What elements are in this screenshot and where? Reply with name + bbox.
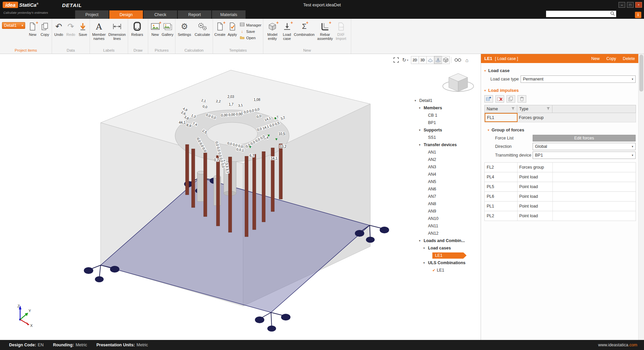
load-impulse-row[interactable]: PL5Point load: [484, 182, 636, 192]
status-value[interactable]: EN: [38, 343, 44, 347]
tab-design[interactable]: Design: [109, 10, 143, 19]
load-case-section-header[interactable]: ▾ Load case: [484, 68, 638, 73]
tab-report[interactable]: Report: [178, 10, 211, 19]
group-of-forces-header[interactable]: ▾ Group of forces: [488, 127, 638, 132]
tree-item-an8[interactable]: AN8: [413, 200, 479, 208]
search-box[interactable]: [546, 11, 616, 17]
settings-button[interactable]: ⚙ Settings: [176, 20, 193, 37]
tree-item-uls-combinations[interactable]: ▾ULS Combinations: [413, 259, 479, 267]
create-template-button[interactable]: + Create: [214, 20, 226, 37]
tree-item-an9[interactable]: AN9: [413, 208, 479, 215]
tree-item-ss1[interactable]: SS1: [413, 134, 479, 141]
tree-expander-icon[interactable]: ▾: [419, 106, 424, 110]
panel-copy-button[interactable]: Copy: [606, 56, 616, 61]
add-impulse-button[interactable]: [484, 95, 493, 103]
transmitting-device-select[interactable]: BP1 ▾: [533, 152, 636, 159]
tree-item-supports[interactable]: ▾Supports: [413, 126, 479, 134]
template-open-button[interactable]: Open: [239, 36, 259, 40]
filter-icon[interactable]: [511, 107, 515, 111]
calculate-button[interactable]: Calculate: [193, 20, 212, 37]
selected-impulse-row[interactable]: FL1 Forces group: [484, 113, 636, 122]
dimension-lines-button[interactable]: Dimension lines: [107, 20, 127, 41]
tree-item-bp1[interactable]: BP1: [413, 119, 479, 126]
apply-template-button[interactable]: Apply: [226, 20, 238, 37]
model-entity-button[interactable]: + Model entity: [264, 20, 281, 41]
tree-item-an3[interactable]: AN3: [413, 163, 479, 171]
edit-forces-button[interactable]: Edit forces: [533, 135, 636, 141]
checkbox-checked-icon[interactable]: ✔: [432, 268, 435, 273]
solid-view-button[interactable]: [442, 56, 450, 64]
tree-item-an5[interactable]: AN5: [413, 178, 479, 185]
clipping-plane-button[interactable]: [434, 56, 442, 64]
save-button[interactable]: Save: [77, 20, 89, 37]
home-view-button[interactable]: ⌂: [463, 56, 471, 64]
tree-item-an2[interactable]: AN2: [413, 156, 479, 163]
load-impulse-row[interactable]: PL2Point load: [484, 211, 636, 221]
fit-view-button[interactable]: [392, 56, 400, 64]
minimize-button[interactable]: –: [619, 2, 625, 8]
new-project-item-button[interactable]: + New: [26, 20, 39, 37]
tree-item-le1[interactable]: LE1: [413, 252, 479, 259]
trash-button[interactable]: [518, 95, 526, 103]
tree-item-le1[interactable]: ✔LE1: [413, 267, 479, 274]
name-column-header[interactable]: Name: [484, 105, 517, 113]
rebars-button[interactable]: Rebars: [129, 20, 146, 37]
template-save-button[interactable]: ↓ Save: [239, 29, 259, 34]
tree-expander-icon[interactable]: ▾: [415, 99, 419, 102]
tree-item-an11[interactable]: AN11: [413, 222, 479, 230]
load-impulse-row[interactable]: PL6Point load: [484, 192, 636, 201]
view-2d-button[interactable]: 2D: [411, 56, 419, 64]
load-impulses-section-header[interactable]: ▾ Load impulses: [484, 88, 638, 93]
gallery-button[interactable]: Gallery: [161, 20, 174, 37]
tree-expander-icon[interactable]: ▾: [419, 128, 424, 132]
search-input[interactable]: [547, 11, 610, 17]
model-viewport[interactable]: Z Y X 2,031,083,12,10,02,21,74,92,61,33,…: [0, 54, 480, 340]
tree-item-an1[interactable]: AN1: [413, 149, 479, 156]
impulse-name-cell[interactable]: FL1: [485, 113, 518, 122]
undo-button[interactable]: ↶ Undo: [53, 20, 65, 37]
tree-expander-icon[interactable]: ▾: [423, 261, 428, 265]
nav-cube[interactable]: [443, 73, 474, 92]
tree-item-cb-1[interactable]: CB 1: [413, 112, 479, 119]
workplane-button[interactable]: [426, 56, 434, 64]
member-names-button[interactable]: A Member names: [91, 20, 107, 41]
maximize-button[interactable]: □: [627, 2, 634, 8]
tree-item-members[interactable]: ▾Members: [413, 104, 479, 112]
website-link[interactable]: www.ideastatica.com: [598, 343, 637, 347]
close-button[interactable]: ×: [635, 2, 642, 8]
new-picture-button[interactable]: + New: [149, 20, 161, 37]
tree-item-transfer-devices[interactable]: ▾Transfer devices: [413, 141, 479, 149]
status-value[interactable]: Metric: [75, 343, 87, 347]
panel-delete-button[interactable]: Delete: [623, 56, 635, 61]
type-column-header[interactable]: Type: [517, 105, 552, 113]
tree-item-an10[interactable]: AN10: [413, 215, 479, 222]
delete-impulse-button[interactable]: [495, 95, 504, 103]
visibility-button[interactable]: [454, 56, 462, 64]
status-value[interactable]: Metric: [137, 343, 148, 347]
tab-check[interactable]: Check: [144, 10, 177, 19]
tab-project[interactable]: Project: [75, 10, 109, 19]
filter-icon[interactable]: [546, 107, 550, 111]
combination-button[interactable]: Σ + Combination: [293, 20, 315, 37]
dxf-import-button[interactable]: DXF DXF Import: [335, 20, 347, 41]
tree-expander-icon[interactable]: ▾: [419, 239, 424, 242]
load-case-button[interactable]: + Load case: [281, 20, 293, 41]
rebar-assembly-button[interactable]: + Rebar assembly: [315, 20, 335, 41]
tree-item-an6[interactable]: AN6: [413, 185, 479, 193]
detail-selector[interactable]: Detail1 ▾: [2, 22, 25, 29]
tree-item-loads-and-combin-[interactable]: ▾Loads and Combin...: [413, 237, 479, 244]
tree-item-detail1[interactable]: ▾Detail1: [413, 97, 479, 104]
tree-item-an12[interactable]: AN12: [413, 230, 479, 237]
info-button[interactable]: i: [635, 12, 641, 18]
tree-item-an7[interactable]: AN7: [413, 193, 479, 200]
tree-item-load-cases[interactable]: ▾Load cases: [413, 244, 479, 252]
template-manager-button[interactable]: Manager: [239, 22, 259, 27]
panel-new-button[interactable]: New: [591, 56, 600, 61]
tree-item-an4[interactable]: AN4: [413, 171, 479, 178]
orbit-button[interactable]: ↻ ▾: [401, 56, 409, 64]
tree-expander-icon[interactable]: ▾: [419, 143, 424, 147]
view-3d-button[interactable]: 3D: [419, 56, 427, 64]
load-case-type-select[interactable]: Permanent ▾: [521, 75, 636, 83]
tree-expander-icon[interactable]: ▾: [423, 246, 428, 250]
tab-materials[interactable]: Materials: [212, 10, 246, 19]
